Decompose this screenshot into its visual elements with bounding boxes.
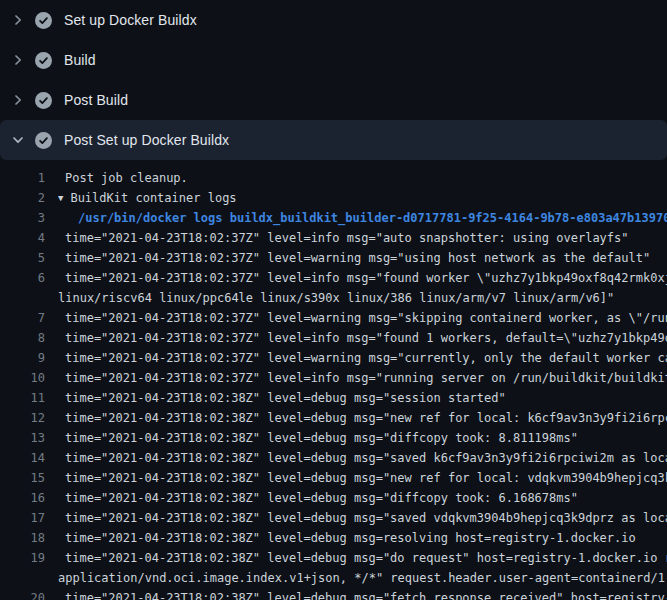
log-line-text: time="2021-04-23T18:02:37Z" level=warnin… — [45, 348, 667, 368]
step-row-post-build[interactable]: Post Build — [0, 80, 667, 120]
line-number[interactable]: 17 — [0, 508, 45, 528]
group-label[interactable]: BuildKit container logs — [70, 191, 236, 205]
log-line-text: /usr/bin/docker logs buildx_buildkit_bui… — [45, 208, 667, 228]
log-line: 5 time="2021-04-23T18:02:37Z" level=warn… — [0, 248, 667, 268]
log-line: 8 time="2021-04-23T18:02:37Z" level=info… — [0, 328, 667, 348]
log-line-text: time="2021-04-23T18:02:37Z" level=info m… — [45, 328, 667, 348]
log-line: 10 time="2021-04-23T18:02:37Z" level=inf… — [0, 368, 667, 388]
line-number[interactable]: 12 — [0, 408, 45, 428]
step-row-set-up-docker-buildx[interactable]: Set up Docker Buildx — [0, 0, 667, 40]
line-number[interactable]: 8 — [0, 328, 45, 348]
log-line: 11 time="2021-04-23T18:02:38Z" level=deb… — [0, 388, 667, 408]
log-line: 12 time="2021-04-23T18:02:38Z" level=deb… — [0, 408, 667, 428]
log-line-text: time="2021-04-23T18:02:38Z" level=debug … — [45, 408, 667, 428]
line-number[interactable] — [0, 568, 45, 588]
line-number[interactable]: 19 — [0, 548, 45, 568]
log-line-text: time="2021-04-23T18:02:38Z" level=debug … — [45, 488, 667, 508]
log-line: 19 time="2021-04-23T18:02:38Z" level=deb… — [0, 548, 667, 568]
check-circle-icon — [35, 52, 52, 69]
chevron-down-icon[interactable] — [10, 132, 26, 148]
step-label: Build — [64, 52, 96, 68]
log-line-text: time="2021-04-23T18:02:37Z" level=info m… — [45, 268, 667, 288]
line-number[interactable]: 4 — [0, 228, 45, 248]
line-number[interactable] — [0, 288, 45, 308]
log-line: 9 time="2021-04-23T18:02:37Z" level=warn… — [0, 348, 667, 368]
log-line-text: ▼BuildKit container logs — [45, 188, 667, 208]
log-line-text: time="2021-04-23T18:02:38Z" level=debug … — [45, 388, 667, 408]
chevron-right-icon[interactable] — [10, 12, 26, 28]
log-line-text: time="2021-04-23T18:02:37Z" level=info m… — [45, 368, 667, 388]
check-circle-icon — [35, 132, 52, 149]
check-circle-icon — [35, 92, 52, 109]
log-line: 14 time="2021-04-23T18:02:38Z" level=deb… — [0, 448, 667, 468]
line-number[interactable]: 20 — [0, 588, 45, 600]
line-number[interactable]: 6 — [0, 268, 45, 288]
log-line-text: linux/riscv64 linux/ppc64le linux/s390x … — [45, 288, 667, 308]
log-line: 4 time="2021-04-23T18:02:37Z" level=info… — [0, 228, 667, 248]
log-line: 17 time="2021-04-23T18:02:38Z" level=deb… — [0, 508, 667, 528]
log-line: 1 Post job cleanup. — [0, 168, 667, 188]
log-line-text: time="2021-04-23T18:02:38Z" level=debug … — [45, 428, 667, 448]
log-area: 1 Post job cleanup. 2 ▼BuildKit containe… — [0, 160, 667, 600]
log-line: linux/riscv64 linux/ppc64le linux/s390x … — [0, 288, 667, 308]
log-line: application/vnd.oci.image.index.v1+json,… — [0, 568, 667, 588]
log-line: 15 time="2021-04-23T18:02:38Z" level=deb… — [0, 468, 667, 488]
line-number[interactable]: 7 — [0, 308, 45, 328]
step-label: Post Set up Docker Buildx — [64, 132, 229, 148]
log-line: 16 time="2021-04-23T18:02:38Z" level=deb… — [0, 488, 667, 508]
log-line: 18 time="2021-04-23T18:02:38Z" level=deb… — [0, 528, 667, 548]
log-line-text: time="2021-04-23T18:02:38Z" level=debug … — [45, 528, 667, 548]
line-number[interactable]: 11 — [0, 388, 45, 408]
step-label: Post Build — [64, 92, 128, 108]
line-number[interactable]: 1 — [0, 168, 45, 188]
line-number[interactable]: 16 — [0, 488, 45, 508]
log-line-text: time="2021-04-23T18:02:38Z" level=debug … — [45, 448, 667, 468]
step-row-post-set-up-docker-buildx[interactable]: Post Set up Docker Buildx — [0, 120, 667, 160]
log-line-text: time="2021-04-23T18:02:37Z" level=info m… — [45, 228, 667, 248]
step-label: Set up Docker Buildx — [64, 12, 197, 28]
log-line-text: time="2021-04-23T18:02:37Z" level=warnin… — [45, 248, 667, 268]
log-line: 2 ▼BuildKit container logs — [0, 188, 667, 208]
log-line-text: time="2021-04-23T18:02:38Z" level=debug … — [45, 548, 667, 568]
chevron-right-icon[interactable] — [10, 52, 26, 68]
log-line-text: time="2021-04-23T18:02:38Z" level=debug … — [45, 508, 667, 528]
line-number[interactable]: 15 — [0, 468, 45, 488]
line-number[interactable]: 2 — [0, 188, 45, 208]
line-number[interactable]: 13 — [0, 428, 45, 448]
check-circle-icon — [35, 12, 52, 29]
line-number[interactable]: 9 — [0, 348, 45, 368]
log-line: 13 time="2021-04-23T18:02:38Z" level=deb… — [0, 428, 667, 448]
log-line-text: time="2021-04-23T18:02:38Z" level=debug … — [45, 468, 667, 488]
step-row-build[interactable]: Build — [0, 40, 667, 80]
log-line: 7 time="2021-04-23T18:02:37Z" level=warn… — [0, 308, 667, 328]
group-toggle-icon[interactable]: ▼ — [58, 188, 63, 208]
line-number[interactable]: 14 — [0, 448, 45, 468]
line-number[interactable]: 10 — [0, 368, 45, 388]
log-line-text: Post job cleanup. — [45, 168, 667, 188]
line-number[interactable]: 5 — [0, 248, 45, 268]
line-number[interactable]: 3 — [0, 208, 45, 228]
workflow-steps-list: Set up Docker Buildx Build Post Build Po… — [0, 0, 667, 160]
log-line: 3 /usr/bin/docker logs buildx_buildkit_b… — [0, 208, 667, 228]
log-lines: 1 Post job cleanup. 2 ▼BuildKit containe… — [0, 168, 667, 600]
log-line: 6 time="2021-04-23T18:02:37Z" level=info… — [0, 268, 667, 288]
line-number[interactable]: 18 — [0, 528, 45, 548]
chevron-right-icon[interactable] — [10, 92, 26, 108]
log-line-text: time="2021-04-23T18:02:38Z" level=debug … — [45, 588, 667, 600]
log-line-text: application/vnd.oci.image.index.v1+json,… — [45, 568, 667, 588]
log-line-text: time="2021-04-23T18:02:37Z" level=warnin… — [45, 308, 667, 328]
log-line: 20 time="2021-04-23T18:02:38Z" level=deb… — [0, 588, 667, 600]
